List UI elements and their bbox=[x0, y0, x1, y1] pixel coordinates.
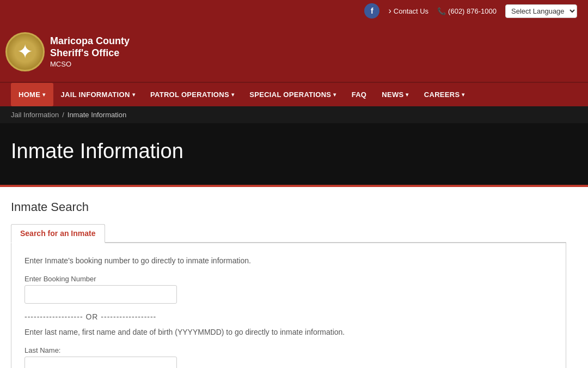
nav-item-faq[interactable]: FAQ bbox=[344, 83, 375, 106]
facebook-icon[interactable]: f bbox=[364, 3, 379, 19]
org-sub: Sheriff's Office bbox=[50, 47, 130, 59]
nav-item-home[interactable]: HOME ▾ bbox=[11, 83, 53, 106]
top-bar: f Contact Us 📞 (602) 876-1000 Select Lan… bbox=[0, 0, 588, 22]
tab-search-inmate[interactable]: Search for an Inmate bbox=[11, 224, 105, 243]
chevron-down-icon: ▾ bbox=[333, 92, 336, 98]
logo-text: Maricopa County Sheriff's Office MCSO bbox=[50, 35, 130, 68]
chevron-down-icon: ▾ bbox=[462, 92, 464, 98]
nav-label-home: HOME bbox=[19, 91, 40, 99]
phone-icon: 📞 bbox=[437, 7, 446, 15]
phone-link[interactable]: 📞 (602) 876-1000 bbox=[437, 7, 497, 15]
or-divider: ------------------- OR -----------------… bbox=[24, 312, 553, 321]
last-name-input[interactable] bbox=[24, 357, 177, 368]
hero-section: Inmate Information bbox=[0, 123, 588, 187]
site-header: ✦ Maricopa County Sheriff's Office MCSO bbox=[0, 22, 588, 82]
sheriff-badge: ✦ bbox=[5, 32, 45, 71]
nav-item-patrol-operations[interactable]: PATROL OPERATIONS ▾ bbox=[143, 83, 242, 106]
social-links: f bbox=[364, 3, 379, 19]
nav-label-jail: JAIL INFORMATION bbox=[61, 91, 130, 99]
star-icon: ✦ bbox=[17, 42, 33, 62]
chevron-down-icon: ▾ bbox=[406, 92, 408, 98]
last-name-label: Last Name: bbox=[24, 346, 553, 354]
nav-item-special-operations[interactable]: SPECIAL OPERATIONS ▾ bbox=[242, 83, 344, 106]
breadcrumb: Jail Information / Inmate Information bbox=[0, 106, 588, 123]
booking-number-label: Enter Booking Number bbox=[24, 275, 553, 283]
nav-label-patrol: PATROL OPERATIONS bbox=[150, 91, 229, 99]
breadcrumb-separator: / bbox=[62, 111, 64, 119]
or-divider-text: ------------------- OR -----------------… bbox=[24, 312, 156, 321]
booking-desc: Enter Inmate's booking number to go dire… bbox=[24, 256, 553, 265]
nav-item-careers[interactable]: CAREERS ▾ bbox=[416, 83, 473, 106]
chevron-down-icon: ▾ bbox=[132, 92, 135, 98]
phone-number: (602) 876-1000 bbox=[448, 7, 497, 15]
form-panel: Enter Inmate's booking number to go dire… bbox=[11, 243, 566, 368]
tab-label: Search for an Inmate bbox=[20, 229, 96, 238]
contact-us-link[interactable]: Contact Us bbox=[388, 6, 428, 16]
section-title: Inmate Search bbox=[11, 200, 566, 214]
nav-label-faq: FAQ bbox=[352, 91, 367, 99]
tabs-bar: Search for an Inmate bbox=[11, 223, 566, 243]
breadcrumb-current: Inmate Information bbox=[68, 111, 126, 119]
breadcrumb-parent-link[interactable]: Jail Information bbox=[11, 111, 59, 119]
language-selector[interactable]: Select Language bbox=[505, 4, 577, 18]
org-name: Maricopa County bbox=[50, 35, 130, 47]
nav-label-special: SPECIAL OPERATIONS bbox=[249, 91, 331, 99]
nav-item-jail-information[interactable]: JAIL INFORMATION ▾ bbox=[53, 83, 143, 106]
main-content: Inmate Search Search for an Inmate Enter… bbox=[0, 187, 577, 368]
booking-number-input[interactable] bbox=[24, 285, 177, 304]
name-search-desc: Enter last name, first name and date of … bbox=[24, 328, 553, 336]
org-acronym: MCSO bbox=[50, 60, 130, 68]
chevron-down-icon: ▾ bbox=[42, 92, 45, 98]
hero-title: Inmate Information bbox=[11, 140, 577, 163]
chevron-down-icon: ▾ bbox=[231, 92, 234, 98]
logo-area: ✦ Maricopa County Sheriff's Office MCSO bbox=[5, 32, 130, 71]
nav-label-careers: CAREERS bbox=[424, 91, 460, 99]
nav-item-news[interactable]: NEWS ▾ bbox=[374, 83, 416, 106]
nav-bar: HOME ▾ JAIL INFORMATION ▾ PATROL OPERATI… bbox=[0, 82, 588, 106]
nav-label-news: NEWS bbox=[382, 91, 403, 99]
